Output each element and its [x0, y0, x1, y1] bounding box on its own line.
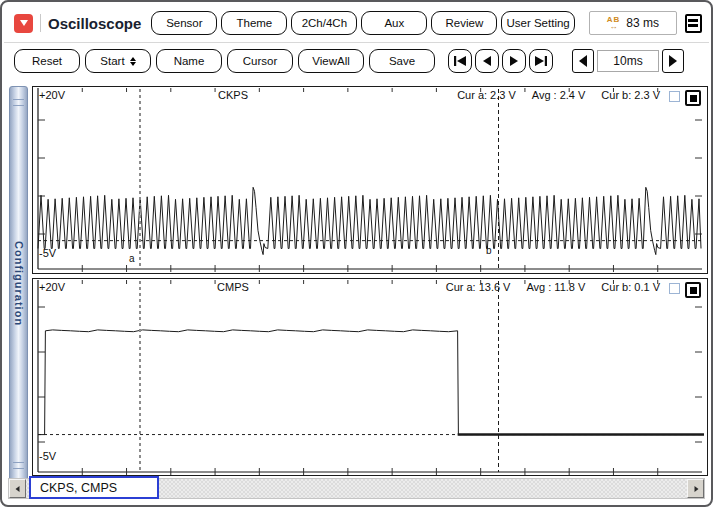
- cursor-a-line[interactable]: [139, 281, 141, 472]
- timebase-value[interactable]: 10ms: [597, 50, 659, 72]
- review-button[interactable]: Review: [431, 11, 497, 35]
- cursor-a-line[interactable]: [139, 89, 141, 269]
- measurement-readout: Cur a:2.3 V Avg :2.4 V Cur b:2.3 V: [457, 89, 663, 101]
- reset-button[interactable]: Reset: [14, 49, 80, 73]
- app-dropdown-button[interactable]: [14, 14, 33, 33]
- ckps-chart-panel: +20V CKPS Cur a:2.3 V Avg :2.4 V Cur b:2…: [32, 86, 708, 274]
- cmps-chart-panel: +20V CMPS Cur a:13.6 V Avg :11.8 V Cur b…: [32, 278, 708, 476]
- cur-b-value: 2.3 V: [634, 89, 660, 101]
- save-button[interactable]: Save: [369, 49, 435, 73]
- nav-next-button[interactable]: [502, 49, 526, 73]
- cur-b-value: 0.1 V: [634, 281, 660, 293]
- top-toolbar: Oscilloscope Sensor Theme 2Ch/4Ch Aux Re…: [14, 10, 702, 36]
- cur-b-label: Cur b:: [601, 89, 631, 101]
- timebase-decrease-button[interactable]: [572, 49, 594, 73]
- cursor-button[interactable]: Cursor: [227, 49, 293, 73]
- y-max-label: +20V: [39, 281, 65, 293]
- configuration-label: Configuration: [13, 241, 25, 326]
- left-triangle-icon: [14, 485, 22, 493]
- scroll-left-button[interactable]: [9, 479, 26, 498]
- scroll-right-button[interactable]: [687, 479, 704, 498]
- right-triangle-icon: [507, 55, 521, 67]
- avg-value: 2.4 V: [560, 89, 586, 101]
- cursor-b-line[interactable]: [498, 281, 499, 472]
- record-nav-group: [448, 49, 553, 73]
- start-spinner-icon: [130, 57, 136, 66]
- cmps-waveform-plot: [33, 279, 707, 475]
- signal-name: CKPS: [188, 89, 278, 101]
- cursor-a-label: a: [129, 253, 135, 264]
- theme-button[interactable]: Theme: [221, 11, 287, 35]
- avg-value: 11.8 V: [554, 281, 585, 293]
- avg-label: Avg :: [526, 281, 551, 293]
- channel-active-button[interactable]: [685, 90, 701, 106]
- aux-button[interactable]: Aux: [361, 11, 427, 35]
- time-measure-display: AB↔ 83 ms: [589, 11, 677, 35]
- list-icon: [688, 24, 698, 27]
- name-button[interactable]: Name: [156, 49, 222, 73]
- measurement-readout: Cur a:13.6 V Avg :11.8 V Cur b:0.1 V: [446, 281, 663, 293]
- nav-first-button[interactable]: [448, 49, 472, 73]
- channels-label: CKPS, CMPS: [29, 476, 159, 499]
- down-arrow-icon: [20, 20, 28, 26]
- start-button[interactable]: Start: [85, 49, 151, 73]
- horizontal-scrollbar[interactable]: CKPS, CMPS: [8, 478, 705, 499]
- timebase-group: 10ms: [572, 49, 684, 73]
- oscilloscope-window: Oscilloscope Sensor Theme 2Ch/4Ch Aux Re…: [0, 0, 713, 507]
- main-toolbar: Reset Start Name Cursor ViewAll Save: [14, 48, 702, 74]
- configuration-sidebar[interactable]: Configuration: [9, 86, 28, 482]
- nav-prev-button[interactable]: [475, 49, 499, 73]
- timebase-increase-button[interactable]: [662, 49, 684, 73]
- right-triangle-icon: [692, 485, 700, 493]
- sensor-button[interactable]: Sensor: [151, 11, 217, 35]
- app-title: Oscilloscope: [48, 15, 141, 32]
- y-max-label: +20V: [39, 89, 65, 101]
- filled-square-icon: [690, 95, 697, 102]
- y-min-label: -5V: [39, 247, 56, 259]
- cur-a-value: 2.3 V: [490, 89, 516, 101]
- cur-a-label: Cur a:: [457, 89, 487, 101]
- right-triangle-icon: [667, 54, 679, 68]
- ab-cursor-measure-icon: AB↔: [607, 16, 621, 30]
- cursor-b-label: b: [486, 245, 492, 256]
- toolbar-separator: [4, 42, 709, 43]
- channel-visibility-checkbox[interactable]: [669, 91, 680, 102]
- list-icon: [688, 19, 698, 22]
- skip-end-icon: [534, 55, 548, 67]
- cur-a-label: Cur a:: [446, 281, 476, 293]
- channel-visibility-checkbox[interactable]: [669, 283, 680, 294]
- cursor-b-line[interactable]: [498, 89, 499, 269]
- signal-name: CMPS: [188, 281, 278, 293]
- toolbar-divider: [40, 14, 41, 32]
- avg-label: Avg :: [532, 89, 557, 101]
- cur-b-label: Cur b:: [601, 281, 631, 293]
- channel-mode-button[interactable]: 2Ch/4Ch: [291, 11, 357, 35]
- channel-active-button[interactable]: [685, 282, 701, 298]
- filled-square-icon: [690, 287, 697, 294]
- menu-button[interactable]: [685, 14, 702, 33]
- user-setting-button[interactable]: User Setting: [501, 11, 574, 35]
- nav-last-button[interactable]: [529, 49, 553, 73]
- y-min-label: -5V: [39, 450, 56, 462]
- left-triangle-icon: [577, 54, 589, 68]
- skip-start-icon: [453, 55, 467, 67]
- cur-a-value: 13.6 V: [479, 281, 511, 293]
- viewall-button[interactable]: ViewAll: [298, 49, 364, 73]
- left-triangle-icon: [480, 55, 494, 67]
- ckps-waveform-plot: [33, 87, 707, 273]
- measure-value: 83 ms: [626, 16, 659, 30]
